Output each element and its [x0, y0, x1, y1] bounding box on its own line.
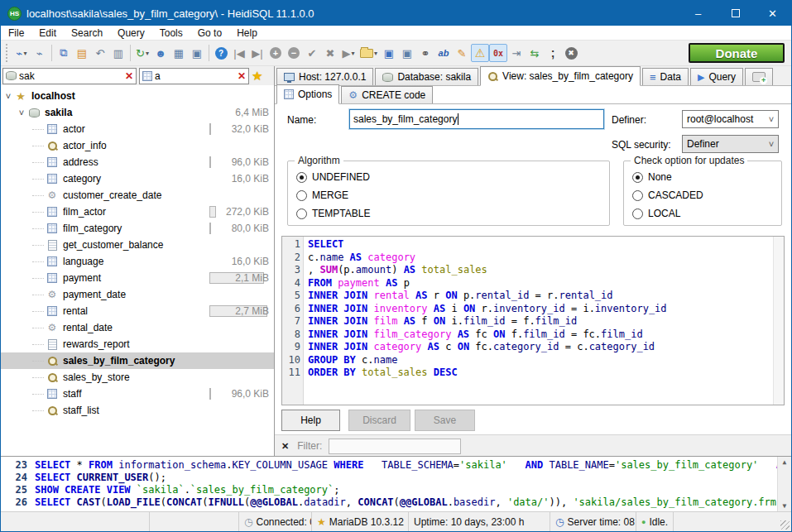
semicolon-delimiter-button[interactable]: ;: [544, 44, 562, 62]
paste-button[interactable]: ▤: [73, 44, 91, 62]
tree-item-sakila[interactable]: ˅sakila6,4 MiB: [1, 104, 274, 121]
expand-chevron-icon[interactable]: ˅: [16, 108, 27, 117]
table-filter-input[interactable]: a ✕: [139, 68, 249, 84]
reformat-sql-button[interactable]: ✎: [453, 44, 471, 62]
subtab-create-code[interactable]: ⚙CREATE code: [341, 86, 433, 103]
editor-scrollbar[interactable]: [773, 237, 784, 405]
menu-item-search[interactable]: Search: [64, 26, 110, 40]
minimize-button[interactable]: –: [679, 1, 717, 26]
code-text: SELECT: [304, 238, 343, 252]
tab-host-127-0-0-1[interactable]: Host: 127.0.0.1: [276, 68, 373, 85]
print-button[interactable]: ▥: [109, 44, 127, 62]
database-filter-input[interactable]: sak ✕: [2, 68, 137, 84]
help-button[interactable]: Help: [281, 410, 340, 431]
tree-item-rewards-report[interactable]: rewards_report: [1, 336, 274, 352]
view-name-input[interactable]: sales_by_film_category: [349, 109, 604, 129]
size-cell: [209, 189, 271, 202]
blob-editor-button[interactable]: ▣: [188, 44, 206, 62]
tree-item-payment-date[interactable]: ⚙payment_date: [1, 286, 274, 303]
view-select-code-editor[interactable]: 1SELECT2c.name AS category3, SUM(p.amoun…: [281, 236, 785, 405]
filter-input[interactable]: [329, 439, 461, 454]
check-option-groupbox: Check option for updates NoneCASCADEDLOC…: [623, 161, 782, 226]
definer-combobox[interactable]: root@localhost ˅: [682, 110, 779, 128]
execute-sql-button[interactable]: ▶▾: [339, 44, 358, 62]
favorites-star-icon[interactable]: ★: [252, 69, 262, 84]
radio-check-option-none[interactable]: None: [632, 171, 672, 183]
save-sql-as-button[interactable]: ▣: [398, 44, 416, 62]
tree-item-staff[interactable]: staff96,0 KiB: [1, 386, 274, 402]
find-text-button[interactable]: ⚭: [416, 44, 434, 62]
menu-item-query[interactable]: Query: [110, 26, 152, 40]
clear-database-filter-icon[interactable]: ✕: [125, 70, 133, 82]
export-database-button[interactable]: ▦: [170, 44, 188, 62]
refresh-button[interactable]: ↻▾: [133, 44, 151, 62]
tree-item-rental-date[interactable]: ⚙rental_date: [1, 319, 274, 336]
tab-new-query[interactable]: [745, 68, 773, 85]
menu-item-help[interactable]: Help: [229, 26, 265, 40]
radio-algorithm-undefined[interactable]: UNDEFINED: [296, 171, 370, 183]
session-connect-button[interactable]: ⌁▾: [12, 44, 31, 62]
radio-check-option-cascaded[interactable]: CASCADED: [632, 189, 703, 201]
cancel-editing-button[interactable]: ✖: [321, 44, 339, 62]
reconnect-icon: ⇆: [530, 47, 540, 60]
radio-algorithm-merge[interactable]: MERGE: [296, 189, 348, 201]
scroll-up-icon[interactable]: ▲: [783, 457, 787, 467]
delete-record-button[interactable]: −: [285, 44, 303, 62]
close-filter-icon[interactable]: ✕: [281, 441, 289, 452]
clear-table-filter-icon[interactable]: ✕: [238, 70, 246, 82]
insert-record-button[interactable]: +: [266, 44, 285, 62]
open-sql-file-button[interactable]: ▾: [358, 44, 380, 62]
maximize-button[interactable]: [717, 1, 754, 26]
tab-query[interactable]: ▶Query: [690, 68, 743, 85]
tree-item-sales-by-film-category[interactable]: sales_by_film_category: [1, 352, 274, 369]
tree-item-get-customer-balance[interactable]: get_customer_balance: [1, 237, 274, 253]
hex-view-button[interactable]: 0x: [489, 44, 507, 62]
tree-item-customer-create-date[interactable]: ⚙customer_create_date: [1, 187, 274, 204]
first-record-button[interactable]: |◀: [230, 44, 248, 62]
highlight-warnings-button[interactable]: ⚠: [471, 44, 489, 62]
expand-chevron-icon[interactable]: ˅: [2, 91, 14, 101]
tree-item-actor-info[interactable]: actor_info: [1, 137, 274, 154]
radio-check-option-local[interactable]: LOCAL: [632, 208, 680, 219]
stop-process-button[interactable]: ✖: [562, 44, 580, 62]
tree-item-staff-list[interactable]: staff_list: [1, 402, 274, 419]
sql-security-combobox[interactable]: Definer ˅: [682, 135, 779, 153]
table-filter-value: a: [152, 70, 238, 82]
close-button[interactable]: ✕: [754, 1, 791, 26]
tree-item-film-category[interactable]: film_category80,0 KiB: [1, 220, 274, 237]
tree-item-language[interactable]: language16,0 KiB: [1, 253, 274, 270]
help-button[interactable]: ?: [212, 44, 230, 62]
tree-item-rental[interactable]: rental2,7 MiB: [1, 303, 274, 319]
radio-algorithm-temptable[interactable]: TEMPTABLE: [296, 208, 370, 219]
scroll-down-icon[interactable]: ▼: [783, 501, 787, 511]
log-scrollbar[interactable]: ▲ ▼: [777, 457, 791, 511]
tree-item-payment[interactable]: payment2,1 MiB: [1, 270, 274, 286]
tree-item-category[interactable]: category16,0 KiB: [1, 170, 274, 187]
subtab-options[interactable]: Options: [276, 84, 339, 104]
resize-grip[interactable]: [780, 520, 790, 530]
last-record-button[interactable]: ▶|: [248, 44, 266, 62]
indent-button[interactable]: ⇥: [507, 44, 526, 62]
menu-item-edit[interactable]: Edit: [31, 26, 64, 40]
menu-item-tools[interactable]: Tools: [152, 26, 190, 40]
tree-item-actor[interactable]: actor32,0 KiB: [1, 121, 274, 137]
save-sql-button[interactable]: ▣: [380, 44, 398, 62]
replace-text-button[interactable]: ab: [434, 44, 453, 62]
tab-database-sakila[interactable]: Database: sakila: [375, 68, 478, 85]
donate-button[interactable]: Donate: [689, 43, 785, 63]
tree-item-address[interactable]: address96,0 KiB: [1, 154, 274, 170]
undo-button[interactable]: ↶: [91, 44, 109, 62]
menu-item-file[interactable]: File: [1, 26, 31, 40]
reconnect-button[interactable]: ⇆: [526, 44, 544, 62]
tree-item-film-actor[interactable]: film_actor272,0 KiB: [1, 204, 274, 220]
post-changes-button[interactable]: ✔: [303, 44, 321, 62]
tree-item-sales-by-store[interactable]: sales_by_store: [1, 369, 274, 386]
tab-view-sales-by-film-category[interactable]: View: sales_by_film_category: [480, 66, 641, 86]
tree-item-localhost[interactable]: ˅★localhost: [1, 88, 274, 104]
tab-data[interactable]: ≡Data: [642, 68, 689, 85]
copy-button[interactable]: ⧉: [55, 44, 73, 62]
user-manager-button[interactable]: ☻: [151, 44, 170, 62]
menu-item-go-to[interactable]: Go to: [190, 26, 229, 40]
undo-icon: ↶: [96, 47, 105, 60]
session-disconnect-button[interactable]: ⌁: [31, 44, 49, 62]
